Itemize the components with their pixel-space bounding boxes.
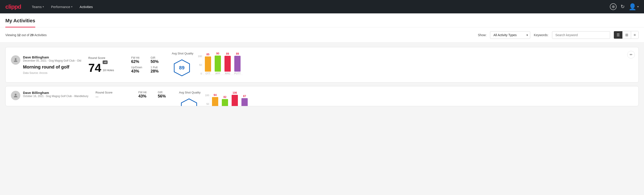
svg-point-2 [15,94,16,96]
edit-button[interactable]: ✏ [627,51,635,58]
grid-view-button[interactable]: ⊞ [622,31,631,38]
nav-teams[interactable]: Teams ▾ [32,5,44,9]
avatar [11,55,20,65]
stat-fw-hit-value: 43% [138,94,152,98]
bar-chart-2: 100 50 0 94 82 10 [205,94,250,106]
bar-app-2: 82 [222,96,228,106]
stats-grid: FW Hit 62% GIR 50% Up/Down 43% 1 Putt 28… [131,56,165,74]
hexagon-icon [180,98,198,106]
svg-point-0 [15,58,16,60]
avatar-icon: 👤 [628,3,636,10]
stat-updown: Up/Down 43% [131,66,145,74]
stat-gir-value: 50% [150,59,165,64]
bar-app-2-value: 82 [223,96,226,98]
activity-card: Dave Billingham October 16, 2021 · Gog M… [5,86,639,106]
view-toggle-group: ☰ ⊞ ≡ [614,31,639,39]
user-name: Dave Billingham [23,91,88,94]
score-badge: +4 [103,60,108,64]
bar-arg-value: 89 [226,52,229,55]
stat-gir-value: 56% [158,94,172,98]
stat-updown-value: 43% [131,69,145,74]
data-source: Data Source: Arccos [23,72,81,74]
bar-ott: 85 OTT [205,53,211,75]
bar-ott-value: 85 [206,53,209,56]
bar-arg-2-value: 106 [232,91,237,94]
user-name: Dave Billingham [23,55,81,59]
avatar-button[interactable]: 👤 ▾ [628,3,639,10]
bar-ott-label: OTT [206,72,210,75]
nav-right: ⊕ ↻ 👤 ▾ [610,3,639,10]
svg-marker-3 [182,99,197,106]
page-header: My Activities [0,14,644,28]
bar-putt-value: 89 [236,52,239,55]
keywords-label: Keywords: [534,33,548,37]
card-info-block: Dave Billingham December 05, 2021 · Gog … [23,55,81,74]
bar-putt-label: PUTT [234,72,241,75]
show-label: Show: [478,33,486,37]
holes-text: 18 Holes [103,68,114,72]
score-value: 74 [88,62,101,74]
avg-shot-quality-label: Avg Shot Quality [172,52,194,55]
card-info-block: Dave Billingham October 16, 2021 · Gog M… [23,91,88,98]
user-date: December 05, 2021 · Gog Magog Golf Club … [23,59,81,62]
activity-type-wrapper[interactable]: All Activity Types [490,31,530,39]
add-icon[interactable]: ⊕ [610,3,616,10]
card-left-section: Dave Billingham December 05, 2021 · Gog … [11,55,81,74]
performance-chevron-icon: ▾ [71,5,72,8]
search-input[interactable] [552,31,610,39]
stat-fw-hit: FW Hit 62% [131,56,145,64]
page-title: My Activities [5,14,35,28]
stats-grid: FW Hit 43% GIR 56% [138,91,172,98]
list-view-button[interactable]: ☰ [614,31,622,38]
avg-shot-quality-label: Avg Shot Quality [179,91,200,94]
stat-gir-label: GIR [150,56,165,59]
activity-title: Morning round of golf [23,64,81,70]
stat-gir-label: GIR [158,91,172,94]
bar-ott-2: 94 [212,94,218,106]
stat-fw-hit-label: FW Hit [138,91,152,94]
stat-fw-hit: FW Hit 43% [138,91,152,98]
hex-value: 89 [179,65,184,71]
nav-performance[interactable]: Performance ▾ [51,5,72,9]
score-section: Round Score 74 +4 18 Holes [88,56,124,74]
avatar [11,91,20,100]
score-section: Round Score — [96,91,131,98]
card-left-section: Dave Billingham October 16, 2021 · Gog M… [11,91,88,100]
bar-app-value: 90 [216,52,219,55]
filter-bar: Viewing 12 out of 29 Activities Show: Al… [0,28,644,42]
activity-type-select[interactable]: All Activity Types [490,31,530,39]
stat-1putt-value: 28% [150,69,165,74]
activity-card: ✏ Dave Billingham December 05, 2021 · Go… [5,47,639,82]
user-date: October 16, 2021 · Gog Magog Golf Club -… [23,94,88,98]
bar-app: 90 APP [215,52,221,75]
stat-gir: GIR 50% [150,56,165,64]
bar-putt: 89 PUTT [234,52,241,75]
shot-quality-section: Avg Shot Quality 89 100 50 0 [172,52,633,78]
avatar-chevron-icon: ▾ [637,5,639,8]
score-display: 74 +4 18 Holes [88,60,124,74]
round-score-label: Round Score [96,91,131,94]
navbar: clippd Teams ▾ Performance ▾ Activities … [0,0,644,14]
stat-fw-hit-value: 62% [131,59,145,64]
bar-putt-2: 87 [242,94,248,106]
logo[interactable]: clippd [5,3,21,10]
activities-list: ✏ Dave Billingham December 05, 2021 · Go… [0,42,644,111]
bar-putt-2-value: 87 [243,94,246,98]
viewing-count-text: Viewing 12 out of 29 Activities [5,33,474,37]
bar-ott-2-value: 94 [214,94,216,96]
compact-view-button[interactable]: ≡ [631,31,638,38]
stat-updown-label: Up/Down [131,66,145,69]
nav-activities[interactable]: Activities [80,5,93,9]
refresh-icon[interactable]: ↻ [620,4,624,10]
hexagon-wrapper [179,97,199,106]
round-score-label: Round Score [88,56,124,60]
shot-quality-section: Avg Shot Quality 100 50 0 94 [179,91,633,106]
hexagon-wrapper: 89 [172,58,192,78]
bar-app-label: APP [215,72,220,75]
bar-chart: 100 50 0 85 OTT [198,55,242,75]
stat-gir: GIR 56% [158,91,172,98]
bar-arg-label: ARG [225,72,230,75]
teams-chevron-icon: ▾ [42,5,44,8]
stat-1putt: 1 Putt 28% [150,66,165,74]
bar-arg-2: 106 [232,91,238,106]
